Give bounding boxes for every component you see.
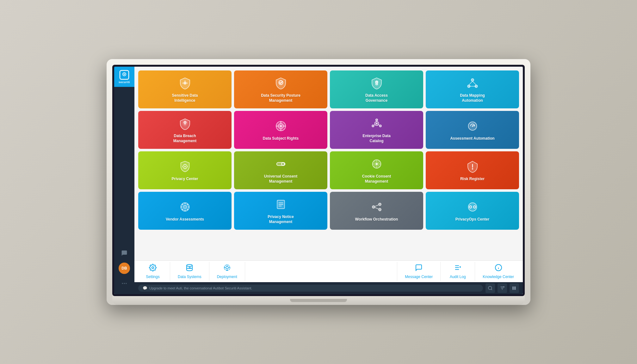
tiles-row-3: Privacy Center Universal ConsentManagem [138,151,519,189]
tile-data-subject-rights[interactable]: Data Subject Rights [234,111,327,149]
svg-point-22 [184,124,185,124]
svg-point-98 [488,286,492,290]
audit-log-label: Audit Log [450,275,466,279]
svg-line-99 [491,289,492,290]
svg-point-4 [124,283,125,284]
tile-assessment-automation[interactable]: Assessment Automation [426,111,519,149]
divider-1 [170,262,170,281]
tile-label-mapping: Data MappingAutomation [460,93,485,103]
sidebar-logo[interactable]: securiti [114,67,134,87]
tile-data-security-posture[interactable]: Data Security PostureManagement [234,70,327,108]
tile-label-catalog: Enterprise DataCatalog [362,134,391,143]
tile-label-risk: Risk Register [460,177,485,182]
svg-point-2 [124,74,125,75]
knowledge-center-label: Knowledge Center [483,275,514,279]
svg-point-80 [474,207,475,208]
status-bar: Upgrade to meet Auti, the conversational… [134,282,523,294]
divider-4 [397,262,397,281]
svg-point-32 [375,119,378,121]
tile-label-cookie: Cookie ConsentManagement [362,174,391,184]
deployment-label: Deployment [217,275,237,279]
settings-icon [149,264,157,273]
chat-icon[interactable] [119,247,130,259]
tiles-row-4: Vendor Assessments P [138,192,519,230]
utility-knowledge-center[interactable]: Knowledge Center [476,261,520,282]
tile-data-breach[interactable]: Data BreachManagement [138,111,232,149]
svg-line-18 [473,82,476,85]
svg-line-75 [375,208,379,209]
svg-rect-106 [514,287,515,290]
tile-icon-cookie [369,156,384,172]
status-actions [485,283,519,293]
svg-point-82 [187,264,192,266]
tile-vendor-assessments[interactable]: Vendor Assessments [138,192,232,230]
tile-label-access: Data AccessGovernance [365,93,388,103]
svg-rect-105 [512,287,513,290]
tiles-row-2: Data BreachManagement [138,111,519,149]
tile-label-security: Data Security PostureManagement [261,93,300,103]
tile-icon-access [369,76,384,91]
tile-icon-breach [177,116,193,131]
svg-point-71 [372,206,374,208]
utility-bar: Settings Data [134,260,523,282]
svg-rect-13 [375,83,378,85]
svg-point-33 [372,125,374,127]
laptop-frame: securiti DB [107,59,530,305]
tile-label-privacyops: PrivacyOps Center [455,217,489,222]
tile-icon-vendor [177,199,193,215]
user-avatar[interactable]: DB [119,263,130,274]
logo-text: securiti [119,81,130,84]
tile-label-vendor: Vendor Assessments [166,217,204,222]
deployment-icon [223,264,231,273]
utility-deployment[interactable]: Deployment [211,261,244,282]
svg-point-56 [472,168,473,170]
svg-point-5 [126,283,127,284]
utility-data-systems[interactable]: Data Systems [171,261,208,282]
tile-icon-assessment [465,118,480,134]
laptop-screen: securiti DB [114,67,523,294]
laptop-base [112,296,525,305]
tile-label-workflow: Workflow Orchestration [355,217,398,222]
tile-cookie-consent[interactable]: Cookie ConsentManagement [330,151,423,189]
tile-enterprise-catalog[interactable]: Enterprise DataCatalog [330,111,423,149]
data-systems-icon [186,264,193,273]
tile-label-notice: Privacy NoticeManagement [268,215,294,224]
more-options-icon[interactable] [119,278,130,289]
svg-point-73 [378,208,381,211]
tile-universal-consent[interactable]: Universal ConsentManagement [234,151,327,189]
utility-audit-log[interactable]: Audit Log [442,261,473,282]
screen-border: securiti DB [112,65,525,296]
tiles-grid: Sensitive DataIntelligence Data Securit [134,67,523,260]
tile-icon-catalog [369,116,384,131]
tile-label-breach: Data BreachManagement [173,134,196,143]
tile-icon-workflow [369,199,384,215]
tile-data-mapping[interactable]: Data MappingAutomation [426,70,519,108]
tile-workflow-orchestration[interactable]: Workflow Orchestration [330,192,423,230]
audit-log-icon [454,264,461,273]
svg-point-45 [184,166,186,167]
svg-line-94 [460,267,461,267]
tile-label-universal-consent: Universal ConsentManagement [264,174,297,184]
tile-privacy-notice[interactable]: Privacy NoticeManagement [234,192,327,230]
play-button[interactable] [510,283,519,293]
tile-sensitive-data-intelligence[interactable]: Sensitive DataIntelligence [138,70,232,108]
tile-risk-register[interactable]: Risk Register [426,151,519,189]
tile-data-access-governance[interactable]: Data AccessGovernance [330,70,423,108]
utility-settings[interactable]: Settings [137,261,169,282]
tile-privacy-center[interactable]: Privacy Center [138,151,232,189]
main-content: Sensitive DataIntelligence Data Securit [134,67,523,294]
utility-message-center[interactable]: Message Center [399,261,439,282]
tile-privacyops-center[interactable]: PrivacyOps Center [426,192,519,230]
svg-point-81 [152,267,154,269]
filter-button[interactable] [498,283,507,293]
search-button[interactable] [485,283,495,293]
tile-label-sensitive: Sensitive DataIntelligence [172,93,198,103]
sidebar: securiti DB [114,67,134,294]
status-message[interactable]: Upgrade to meet Auti, the conversational… [138,285,483,292]
tile-label-privacy: Privacy Center [171,177,198,182]
svg-point-39 [472,125,473,127]
tile-icon-mapping [465,76,480,91]
svg-point-3 [122,283,123,284]
svg-point-31 [376,123,377,124]
svg-rect-107 [515,287,516,290]
